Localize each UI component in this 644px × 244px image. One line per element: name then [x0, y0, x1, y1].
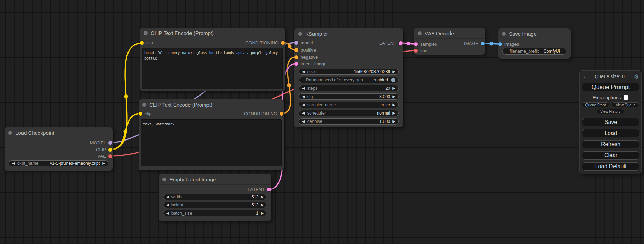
input-port-clip[interactable]: clip	[139, 111, 152, 116]
load-button[interactable]: Load	[582, 129, 639, 137]
refresh-button[interactable]: Refresh	[582, 140, 639, 148]
height-widget[interactable]: ◀ height 512 ▶	[163, 202, 267, 208]
clip-port-icon[interactable]	[139, 112, 142, 116]
input-port-clip[interactable]: clip	[140, 40, 153, 45]
node-clip-text-encode-negative[interactable]: CLIP Text Encode (Prompt) clip CONDITION…	[139, 99, 284, 170]
extra-options-checkbox[interactable]	[624, 95, 628, 100]
collapse-dot-icon[interactable]	[502, 32, 506, 36]
next-arrow-icon[interactable]: ▶	[261, 195, 264, 199]
sampler-name-widget[interactable]: ◀ sampler_name euler ▶	[299, 102, 399, 108]
link-midpoint-dot[interactable]	[288, 44, 292, 48]
prev-arrow-icon[interactable]: ◀	[166, 195, 169, 199]
next-arrow-icon[interactable]: ▶	[392, 120, 395, 123]
link-midpoint-dot[interactable]	[124, 130, 127, 134]
node-save-image[interactable]: Save Image images filename_prefix ComfyU…	[498, 28, 571, 59]
input-port-model[interactable]: model	[294, 40, 313, 45]
input-port-positive[interactable]: positive	[294, 47, 316, 52]
model-port-icon[interactable]	[108, 141, 112, 145]
load-default-button[interactable]: Load Default	[582, 162, 639, 171]
denoise-widget[interactable]: ◀ denoise 1.000 ▶	[299, 118, 399, 125]
clear-button[interactable]: Clear	[582, 151, 639, 160]
prev-arrow-icon[interactable]: ◀	[302, 95, 305, 98]
output-port-latent[interactable]: LATENT	[379, 40, 403, 45]
prev-arrow-icon[interactable]: ◀	[302, 111, 305, 115]
view-queue-button[interactable]: View Queue	[612, 102, 639, 107]
seed-widget[interactable]: ◀ seed 156680208700286 ▶	[299, 69, 399, 75]
output-port-clip[interactable]: CLIP	[96, 147, 112, 152]
conditioning-port-icon[interactable]	[280, 112, 283, 116]
next-arrow-icon[interactable]: ▶	[261, 211, 264, 215]
toggle-on-icon[interactable]	[391, 78, 395, 82]
positive-prompt-textarea[interactable]: beautiful scenery nature glass bottle la…	[142, 48, 283, 89]
save-button[interactable]: Save	[582, 118, 639, 126]
output-port-latent[interactable]: LATENT	[248, 187, 271, 192]
next-arrow-icon[interactable]: ▶	[392, 111, 395, 115]
prev-arrow-icon[interactable]: ◀	[302, 103, 305, 107]
input-port-images[interactable]: images	[498, 42, 519, 46]
image-port-icon[interactable]	[498, 42, 502, 46]
settings-gear-icon[interactable]: ⚙	[634, 73, 639, 80]
node-vae-decode[interactable]: VAE Decode samples vae IMAGE	[414, 28, 485, 55]
random-seed-widget[interactable]: Random seed after every gen enabled	[299, 77, 399, 83]
vae-port-icon[interactable]	[414, 49, 418, 53]
node-clip-text-encode-positive[interactable]: CLIP Text Encode (Prompt) clip CONDITION…	[140, 28, 285, 91]
clip-port-icon[interactable]	[140, 41, 144, 45]
collapse-dot-icon[interactable]	[144, 31, 148, 35]
link-midpoint-dot[interactable]	[124, 94, 128, 98]
link-midpoint-dot[interactable]	[287, 83, 291, 87]
steps-widget[interactable]: ◀ steps 20 ▶	[299, 85, 399, 91]
negative-prompt-textarea[interactable]: text, watermark	[141, 119, 282, 166]
latent-port-icon[interactable]	[267, 188, 271, 191]
ckpt-name-widget[interactable]: ◀ ckpt_name v1-5-pruned-emaonly.ckpt ▶	[9, 160, 108, 166]
link-midpoint-dot[interactable]	[406, 42, 410, 45]
next-arrow-icon[interactable]: ▶	[102, 162, 105, 165]
scheduler-widget[interactable]: ◀ scheduler normal ▶	[299, 110, 399, 116]
view-history-button[interactable]: View History	[597, 109, 624, 114]
output-port-image[interactable]: IMAGE	[464, 41, 485, 46]
batch-size-widget[interactable]: ◀ batch_size 1 ▶	[163, 210, 267, 216]
node-graph-canvas[interactable]: Load Checkpoint MODEL CLIP VAE ◀ ckpt_na…	[0, 0, 644, 244]
vae-port-icon[interactable]	[108, 154, 112, 158]
queue-prompt-button[interactable]: Queue Prompt	[582, 83, 639, 91]
prev-arrow-icon[interactable]: ◀	[166, 203, 169, 207]
latent-port-icon[interactable]	[294, 62, 298, 66]
image-port-icon[interactable]	[481, 42, 485, 45]
queue-front-button[interactable]: Queue Front	[582, 102, 610, 107]
node-ksampler[interactable]: KSampler model positive negative latent_…	[294, 28, 403, 127]
prev-arrow-icon[interactable]: ◀	[302, 70, 305, 73]
collapse-dot-icon[interactable]	[8, 131, 12, 135]
collapse-dot-icon[interactable]	[298, 32, 302, 36]
output-port-vae[interactable]: VAE	[97, 154, 112, 159]
output-port-model[interactable]: MODEL	[90, 140, 112, 145]
collapse-dot-icon[interactable]	[418, 31, 422, 35]
input-port-samples[interactable]: samples	[414, 42, 437, 46]
prev-arrow-icon[interactable]: ◀	[166, 211, 169, 215]
model-port-icon[interactable]	[294, 41, 298, 45]
link-midpoint-dot[interactable]	[489, 42, 493, 46]
prev-arrow-icon[interactable]: ◀	[302, 87, 305, 90]
latent-port-icon[interactable]	[414, 42, 418, 46]
drag-handle-icon[interactable]: ⠿	[582, 74, 585, 79]
next-arrow-icon[interactable]: ▶	[392, 87, 395, 90]
next-arrow-icon[interactable]: ▶	[392, 103, 395, 107]
clip-port-icon[interactable]	[108, 148, 112, 152]
prev-arrow-icon[interactable]: ◀	[302, 120, 305, 123]
output-port-conditioning[interactable]: CONDITIONING	[245, 40, 285, 45]
next-arrow-icon[interactable]: ▶	[392, 70, 395, 73]
input-port-negative[interactable]: negative	[294, 55, 318, 60]
conditioning-port-icon[interactable]	[281, 41, 285, 45]
input-port-latent-image[interactable]: latent_image	[294, 61, 326, 66]
next-arrow-icon[interactable]: ▶	[261, 203, 264, 207]
collapse-dot-icon[interactable]	[162, 178, 166, 181]
node-empty-latent-image[interactable]: Empty Latent Image LATENT ◀ width 512 ▶ …	[159, 174, 271, 221]
output-port-conditioning[interactable]: CONDITIONING	[244, 111, 283, 116]
filename-prefix-widget[interactable]: filename_prefix ComfyUI	[502, 48, 566, 55]
node-load-checkpoint[interactable]: Load Checkpoint MODEL CLIP VAE ◀ ckpt_na…	[5, 127, 113, 171]
collapse-dot-icon[interactable]	[142, 103, 146, 107]
cfg-widget[interactable]: ◀ cfg 8.000 ▶	[299, 93, 399, 100]
conditioning-port-icon[interactable]	[294, 55, 298, 59]
width-widget[interactable]: ◀ width 512 ▶	[163, 194, 267, 200]
conditioning-port-icon[interactable]	[294, 48, 298, 52]
next-arrow-icon[interactable]: ▶	[392, 95, 395, 98]
latent-port-icon[interactable]	[399, 41, 403, 45]
